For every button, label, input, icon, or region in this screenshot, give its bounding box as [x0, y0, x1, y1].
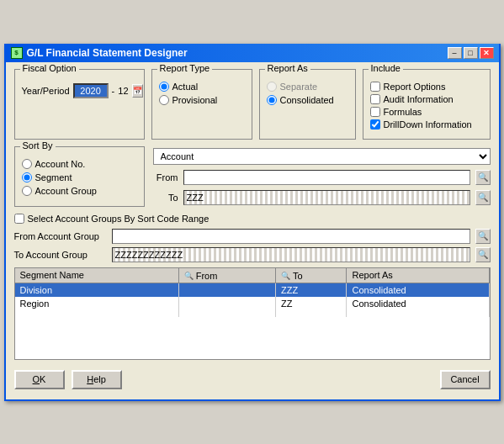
col-to: 🔍 To [275, 268, 347, 283]
table-row[interactable]: RegionZZConsolidated [15, 297, 490, 310]
period-value: 12 [118, 86, 128, 96]
cell-to: ZZZ [275, 283, 347, 297]
period-separator: - [112, 86, 115, 96]
segment-radio[interactable] [22, 172, 32, 182]
to-label: To [153, 193, 178, 203]
to-input[interactable] [183, 190, 470, 205]
from-account-group-search[interactable]: 🔍 [475, 229, 491, 244]
report-as-group: Report As Separate Consolidated [259, 69, 356, 140]
segments-table-container: Segment Name 🔍 From 🔍 To Report As [14, 267, 491, 360]
cell-to [275, 314, 347, 317]
cell-report_as: Consolidated [347, 283, 489, 297]
to-search-button[interactable]: 🔍 [475, 190, 491, 205]
cell-report_as: Consolidated [347, 297, 489, 310]
account-group-radio-row: Account Group [22, 186, 137, 196]
minimize-button[interactable]: – [448, 47, 462, 59]
ok-button[interactable]: OK [14, 370, 65, 389]
top-row: Fiscal Option Year/Period - 12 📅 Report … [14, 69, 491, 140]
account-group-rows: From Account Group 🔍 To Account Group 🔍 [14, 229, 491, 262]
cell-from [178, 314, 275, 317]
report-options-label: Report Options [384, 82, 446, 92]
select-account-groups-label: Select Account Groups By Sort Code Range [28, 214, 210, 224]
provisional-radio-row: Provisional [159, 95, 245, 105]
account-select[interactable]: Account [153, 148, 491, 165]
from-search-button[interactable]: 🔍 [475, 170, 491, 185]
provisional-label: Provisional [172, 95, 218, 105]
cell-name: Region [15, 297, 179, 310]
to-account-group-label: To Account Group [14, 250, 107, 260]
consolidated-radio-row: Consolidated [267, 95, 348, 105]
account-no-radio[interactable] [22, 159, 32, 169]
consolidated-label: Consolidated [280, 95, 334, 105]
from-account-group-input[interactable] [112, 229, 470, 244]
audit-info-row: Audit Information [370, 94, 483, 104]
to-col-search-icon[interactable]: 🔍 [281, 272, 290, 280]
ok-rest: K [40, 374, 45, 384]
cell-to: ZZ [275, 297, 347, 310]
help-button[interactable]: Help [72, 370, 122, 389]
formulas-row: Formulas [370, 107, 483, 117]
year-period-label: Year/Period [22, 86, 70, 96]
close-button[interactable]: ✕ [480, 47, 494, 59]
col-from: 🔍 From [178, 268, 275, 283]
year-input[interactable] [73, 83, 109, 98]
account-dropdown-row: Account [153, 148, 491, 165]
fiscal-option-group: Fiscal Option Year/Period - 12 📅 [14, 69, 145, 140]
cancel-button[interactable]: Cancel [440, 370, 491, 389]
drilldown-row: DrillDown Information [370, 119, 483, 130]
from-account-group-row: From Account Group 🔍 [14, 229, 491, 244]
drilldown-checkbox[interactable] [370, 119, 380, 130]
to-account-group-row: To Account Group 🔍 [14, 247, 491, 262]
titlebar-left: $ G/L Financial Statement Designer [11, 47, 188, 59]
col-segment-name: Segment Name [15, 268, 179, 283]
table-body: DivisionZZZConsolidatedRegionZZConsolida… [15, 283, 490, 317]
provisional-radio[interactable] [159, 95, 169, 105]
audit-info-label: Audit Information [384, 94, 454, 104]
help-label: H [87, 374, 93, 384]
drilldown-label: DrillDown Information [384, 119, 472, 130]
account-group-radio[interactable] [22, 186, 32, 196]
account-group-label: Account Group [35, 186, 97, 196]
table-row[interactable]: DivisionZZZConsolidated [15, 283, 490, 297]
sort-by-label: Sort By [20, 140, 56, 151]
calendar-button[interactable]: 📅 [132, 84, 143, 98]
segments-table: Segment Name 🔍 From 🔍 To Report As [15, 268, 490, 317]
year-period-row: Year/Period - 12 📅 [22, 83, 137, 98]
cell-name [15, 314, 179, 317]
account-no-label: Account No. [35, 159, 86, 169]
report-type-group: Report Type Actual Provisional [151, 69, 252, 140]
cancel-label: Cancel [450, 374, 479, 384]
select-account-groups-checkbox[interactable] [14, 214, 24, 224]
bottom-left-buttons: OK Help [14, 370, 122, 389]
main-window: $ G/L Financial Statement Designer – □ ✕… [4, 44, 501, 401]
from-col-search-icon[interactable]: 🔍 [184, 272, 194, 280]
actual-radio[interactable] [159, 82, 169, 92]
sort-by-group: Sort By Account No. Segment Account Grou… [14, 146, 145, 207]
from-input[interactable] [183, 170, 470, 185]
cell-from [178, 283, 275, 297]
actual-label: Actual [172, 82, 199, 92]
dialog-content: Fiscal Option Year/Period - 12 📅 Report … [6, 62, 499, 399]
col-from-label: 🔍 From [184, 271, 218, 281]
to-account-group-search[interactable]: 🔍 [475, 247, 491, 262]
sort-section: Sort By Account No. Segment Account Grou… [14, 146, 491, 207]
report-as-label: Report As [265, 63, 310, 73]
from-label: From [153, 172, 178, 182]
cell-from [178, 297, 275, 310]
report-options-checkbox[interactable] [370, 82, 380, 92]
titlebar-buttons: – □ ✕ [448, 47, 494, 59]
table-row[interactable] [15, 314, 490, 317]
maximize-button[interactable]: □ [464, 47, 478, 59]
segment-label: Segment [35, 172, 72, 182]
formulas-checkbox[interactable] [370, 107, 380, 117]
to-row: To 🔍 [153, 190, 491, 205]
consolidated-radio[interactable] [267, 95, 277, 105]
from-row: From 🔍 [153, 170, 491, 185]
bottom-buttons: OK Help Cancel [14, 367, 491, 393]
select-account-groups-row: Select Account Groups By Sort Code Range [14, 214, 491, 224]
include-label: Include [369, 63, 403, 73]
audit-info-checkbox[interactable] [370, 94, 380, 104]
segment-radio-row: Segment [22, 172, 137, 182]
separate-radio[interactable] [267, 82, 277, 92]
to-account-group-input[interactable] [112, 247, 470, 262]
